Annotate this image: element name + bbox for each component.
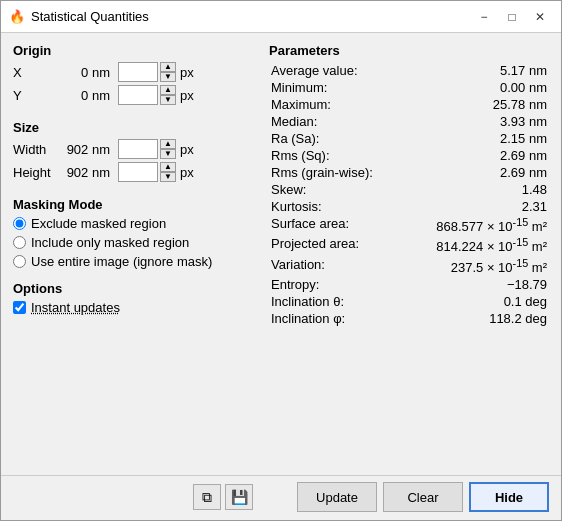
width-spin-up[interactable]: ▲ xyxy=(160,139,176,149)
radio-entire[interactable]: Use entire image (ignore mask) xyxy=(13,254,253,269)
param-value-6: 2.69 nm xyxy=(403,164,549,181)
x-row: X 0 nm 0 ▲ ▼ px xyxy=(13,62,253,82)
params-row-10: Projected area:814.224 × 10-15 m² xyxy=(269,235,549,255)
param-name-12: Entropy: xyxy=(269,276,403,293)
radio-entire-input[interactable] xyxy=(13,255,26,268)
radio-include-label: Include only masked region xyxy=(31,235,189,250)
width-spinbox: 462 ▲ ▼ xyxy=(118,139,176,159)
minimize-button[interactable]: − xyxy=(471,7,497,27)
instant-updates-checkbox-row[interactable]: Instant updates xyxy=(13,300,253,315)
param-name-14: Inclination φ: xyxy=(269,310,403,327)
height-nm-value: 902 nm xyxy=(59,165,114,180)
width-input[interactable]: 462 xyxy=(118,139,158,159)
param-value-12: −18.79 xyxy=(403,276,549,293)
param-value-4: 2.15 nm xyxy=(403,130,549,147)
x-spin-up[interactable]: ▲ xyxy=(160,62,176,72)
width-spin-buttons: ▲ ▼ xyxy=(160,139,176,159)
param-name-11: Variation: xyxy=(269,256,403,276)
origin-title: Origin xyxy=(13,43,253,58)
save-icon: 💾 xyxy=(231,489,248,505)
y-nm-value: 0 nm xyxy=(59,88,114,103)
x-spinbox: 0 ▲ ▼ xyxy=(118,62,176,82)
y-spin-up[interactable]: ▲ xyxy=(160,85,176,95)
params-row-5: Rms (Sq):2.69 nm xyxy=(269,147,549,164)
window-controls: − □ ✕ xyxy=(471,7,553,27)
param-name-2: Maximum: xyxy=(269,96,403,113)
param-name-13: Inclination θ: xyxy=(269,293,403,310)
height-row: Height 902 nm 462 ▲ ▼ px xyxy=(13,162,253,182)
params-row-9: Surface area:868.577 × 10-15 m² xyxy=(269,215,549,235)
y-px-label: px xyxy=(180,88,194,103)
x-px-label: px xyxy=(180,65,194,80)
close-button[interactable]: ✕ xyxy=(527,7,553,27)
options-title: Options xyxy=(13,281,253,296)
y-spin-buttons: ▲ ▼ xyxy=(160,85,176,105)
width-px-label: px xyxy=(180,142,194,157)
x-spin-down[interactable]: ▼ xyxy=(160,72,176,82)
footer-icons: ⧉ 💾 xyxy=(13,484,253,510)
copy-icon-button[interactable]: ⧉ xyxy=(193,484,221,510)
params-row-0: Average value:5.17 nm xyxy=(269,62,549,79)
right-panel: Parameters Average value:5.17 nmMinimum:… xyxy=(269,43,549,467)
param-value-2: 25.78 nm xyxy=(403,96,549,113)
y-row: Y 0 nm 0 ▲ ▼ px xyxy=(13,85,253,105)
app-icon: 🔥 xyxy=(9,9,25,25)
clear-button[interactable]: Clear xyxy=(383,482,463,512)
params-row-4: Ra (Sa):2.15 nm xyxy=(269,130,549,147)
radio-include[interactable]: Include only masked region xyxy=(13,235,253,250)
y-input[interactable]: 0 xyxy=(118,85,158,105)
size-section: Size Width 902 nm 462 ▲ ▼ px Height xyxy=(13,120,253,185)
param-value-9: 868.577 × 10-15 m² xyxy=(403,215,549,235)
params-table: Average value:5.17 nmMinimum:0.00 nmMaxi… xyxy=(269,62,549,327)
height-spin-buttons: ▲ ▼ xyxy=(160,162,176,182)
height-spin-up[interactable]: ▲ xyxy=(160,162,176,172)
param-name-7: Skew: xyxy=(269,181,403,198)
hide-button[interactable]: Hide xyxy=(469,482,549,512)
params-row-13: Inclination θ:0.1 deg xyxy=(269,293,549,310)
x-input[interactable]: 0 xyxy=(118,62,158,82)
params-row-11: Variation:237.5 × 10-15 m² xyxy=(269,256,549,276)
params-row-12: Entropy:−18.79 xyxy=(269,276,549,293)
copy-icon: ⧉ xyxy=(202,489,212,506)
param-name-1: Minimum: xyxy=(269,79,403,96)
y-spinbox: 0 ▲ ▼ xyxy=(118,85,176,105)
masking-radio-group: Exclude masked region Include only maske… xyxy=(13,216,253,269)
param-value-11: 237.5 × 10-15 m² xyxy=(403,256,549,276)
window-title: Statistical Quantities xyxy=(31,9,471,24)
main-content: Origin X 0 nm 0 ▲ ▼ px Y 0 nm xyxy=(1,33,561,475)
x-label: X xyxy=(13,65,55,80)
footer-buttons: Update Clear Hide xyxy=(297,482,549,512)
masking-section: Masking Mode Exclude masked region Inclu… xyxy=(13,197,253,269)
instant-updates-label: Instant updates xyxy=(31,300,120,315)
instant-updates-checkbox[interactable] xyxy=(13,301,26,314)
radio-exclude-label: Exclude masked region xyxy=(31,216,166,231)
title-bar: 🔥 Statistical Quantities − □ ✕ xyxy=(1,1,561,33)
x-spin-buttons: ▲ ▼ xyxy=(160,62,176,82)
param-value-1: 0.00 nm xyxy=(403,79,549,96)
params-row-2: Maximum:25.78 nm xyxy=(269,96,549,113)
param-value-7: 1.48 xyxy=(403,181,549,198)
y-label: Y xyxy=(13,88,55,103)
radio-exclude-input[interactable] xyxy=(13,217,26,230)
origin-section: Origin X 0 nm 0 ▲ ▼ px Y 0 nm xyxy=(13,43,253,108)
main-window: 🔥 Statistical Quantities − □ ✕ Origin X … xyxy=(0,0,562,521)
options-section: Options Instant updates xyxy=(13,281,253,315)
param-name-3: Median: xyxy=(269,113,403,130)
update-button[interactable]: Update xyxy=(297,482,377,512)
radio-include-input[interactable] xyxy=(13,236,26,249)
maximize-button[interactable]: □ xyxy=(499,7,525,27)
x-nm-value: 0 nm xyxy=(59,65,114,80)
width-label: Width xyxy=(13,142,55,157)
save-icon-button[interactable]: 💾 xyxy=(225,484,253,510)
radio-exclude[interactable]: Exclude masked region xyxy=(13,216,253,231)
params-row-14: Inclination φ:118.2 deg xyxy=(269,310,549,327)
height-spinbox: 462 ▲ ▼ xyxy=(118,162,176,182)
width-spin-down[interactable]: ▼ xyxy=(160,149,176,159)
height-label: Height xyxy=(13,165,55,180)
height-input[interactable]: 462 xyxy=(118,162,158,182)
y-spin-down[interactable]: ▼ xyxy=(160,95,176,105)
height-spin-down[interactable]: ▼ xyxy=(160,172,176,182)
param-value-14: 118.2 deg xyxy=(403,310,549,327)
param-value-8: 2.31 xyxy=(403,198,549,215)
param-value-10: 814.224 × 10-15 m² xyxy=(403,235,549,255)
